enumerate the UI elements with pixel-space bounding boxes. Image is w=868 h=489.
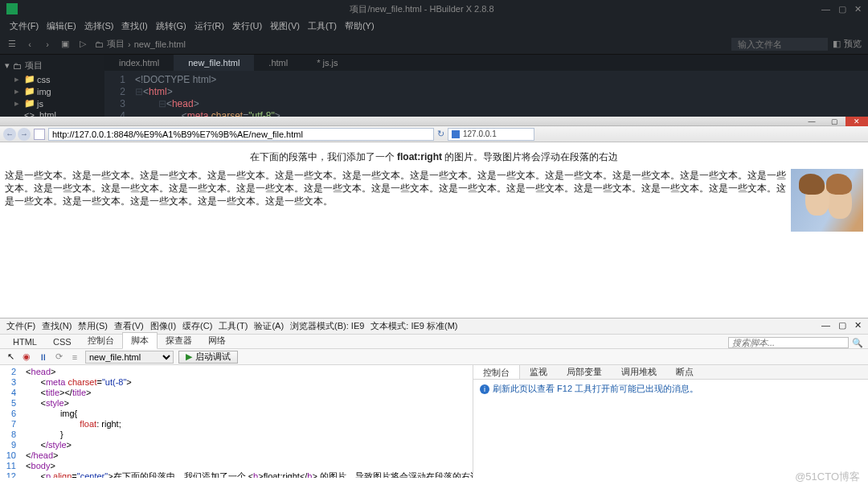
dt-source-pane[interactable]: 2 <head> 3 <meta charset="ut(-8"> 4 <tit…: [0, 365, 473, 478]
file-search-input[interactable]: [731, 38, 828, 51]
info-icon: i: [480, 384, 489, 394]
dt-tab-console[interactable]: 控制台: [80, 333, 122, 348]
ie-close-button[interactable]: ✕: [845, 117, 868, 126]
dt-search-input[interactable]: [728, 337, 849, 348]
hb-close-button[interactable]: ✕: [854, 4, 862, 14]
dt-tab-css[interactable]: CSS: [45, 335, 80, 348]
dt-close-button[interactable]: ✕: [853, 320, 863, 332]
dt-menu-file[interactable]: 文件(F): [5, 320, 37, 332]
dt-menu-browsermode[interactable]: 浏览器模式(B): IE9: [289, 320, 366, 332]
editor-tabs: index.html new_file.html .html * js.js: [104, 55, 868, 71]
stop-icon[interactable]: ◉: [21, 351, 32, 363]
project-sidebar: ▾ 🗀 项目 ▸📁css ▸📁img ▸📁js <>.html <>index.…: [0, 55, 104, 117]
dt-tab-html[interactable]: HTML: [5, 335, 45, 348]
format-icon[interactable]: ≡: [69, 351, 80, 363]
pointer-icon[interactable]: ↖: [5, 351, 16, 363]
ie-tab-label: 127.0.0.1: [463, 129, 497, 138]
menu-help[interactable]: 帮助(Y): [342, 20, 378, 32]
hb-titlebar: 项目/new_file.html - HBuilder X 2.8.8 — ▢ …: [0, 0, 868, 18]
folder-icon: 📁: [24, 74, 34, 84]
tab-index[interactable]: index.html: [104, 55, 174, 71]
ie-titlebar: — ▢ ✕: [0, 117, 868, 126]
folder-icon: 📁: [24, 98, 34, 109]
dt-menu-image[interactable]: 图像(I): [149, 320, 178, 332]
rtab-console[interactable]: 控制台: [473, 365, 520, 379]
crumb-0[interactable]: 项目: [107, 38, 125, 50]
ie-max-button[interactable]: ▢: [823, 117, 845, 126]
dt-menu-view[interactable]: 查看(V): [113, 320, 145, 332]
ie-url-input[interactable]: [48, 128, 434, 141]
tree-label: css: [37, 75, 51, 84]
menu-select[interactable]: 选择(S): [81, 20, 117, 32]
step-icon[interactable]: ⟳: [53, 351, 64, 363]
caret-icon: ▸: [14, 86, 21, 97]
dt-menu-cache[interactable]: 缓存(C): [181, 320, 214, 332]
ie-tab[interactable]: 127.0.0.1: [448, 128, 534, 141]
search-icon[interactable]: 🔍: [852, 338, 863, 348]
dt-menu-find[interactable]: 查找(N): [40, 320, 73, 332]
menu-find[interactable]: 查找(I): [118, 20, 150, 32]
pause-icon[interactable]: ⏸: [37, 351, 48, 363]
tree-img[interactable]: ▸📁img: [5, 85, 100, 97]
forward-icon[interactable]: ›: [42, 39, 53, 50]
tab-js[interactable]: * js.js: [302, 55, 352, 71]
dt-menu-validate[interactable]: 验证(A): [252, 320, 285, 332]
tree-css[interactable]: ▸📁css: [5, 73, 100, 85]
dt-tab-profiler[interactable]: 探查器: [158, 333, 200, 348]
menu-publish[interactable]: 发行(U): [229, 20, 265, 32]
dt-menu-tools[interactable]: 工具(T): [217, 320, 249, 332]
gutter: 1234567: [104, 71, 130, 117]
hb-title-text: 项目/new_file.html - HBuilder X 2.8.8: [23, 3, 821, 15]
ie-addressbar: ← → ↻ 127.0.0.1: [0, 126, 868, 142]
dt-right-pane: 控制台 监视 局部变量 调用堆栈 断点 i刷新此页以查看 F12 工具打开前可能…: [473, 365, 868, 478]
terminal-icon[interactable]: ▣: [59, 39, 71, 50]
caret-icon: ▸: [14, 98, 21, 109]
menu-tools[interactable]: 工具(T): [305, 20, 340, 32]
sidebar-toggle-icon[interactable]: ☰: [6, 39, 18, 50]
menu-edit[interactable]: 编辑(E): [43, 20, 80, 32]
ie-forward-icon[interactable]: →: [18, 128, 31, 141]
start-debug-button[interactable]: ▶启动调试: [178, 351, 238, 364]
code-editor[interactable]: 1234567 <!DOCTYPE html> ⊟<html> ⊟<head> …: [104, 71, 868, 117]
tab-html[interactable]: .html: [254, 55, 302, 71]
crumb-1[interactable]: new_file.html: [134, 39, 186, 49]
preview-button[interactable]: ◧ 预览: [833, 38, 862, 50]
menu-file[interactable]: 文件(F): [6, 20, 42, 32]
back-icon[interactable]: ‹: [24, 39, 35, 50]
menu-goto[interactable]: 跳转(G): [153, 20, 190, 32]
ie-page-icon: [34, 129, 45, 140]
hb-menubar: 文件(F) 编辑(E) 选择(S) 查找(I) 跳转(G) 运行(R) 发行(U…: [0, 18, 868, 34]
tree-label: img: [37, 87, 51, 97]
dt-tab-network[interactable]: 网络: [200, 333, 234, 348]
folder-icon: 🗀: [13, 61, 22, 71]
dt-min-button[interactable]: —: [820, 320, 832, 332]
caret-icon[interactable]: ▾: [5, 60, 10, 71]
folder-icon: 📁: [24, 86, 34, 97]
preview-label: 预览: [844, 38, 862, 50]
script-select[interactable]: new_file.html: [85, 351, 174, 364]
run-icon[interactable]: ▷: [77, 39, 88, 50]
ie-refresh-icon[interactable]: ↻: [437, 129, 444, 139]
source: <!DOCTYPE html> ⊟<html> ⊟<head> <meta ch…: [130, 71, 868, 117]
rtab-watch[interactable]: 监视: [520, 366, 557, 378]
hb-max-button[interactable]: ▢: [838, 4, 846, 14]
ie-back-icon[interactable]: ←: [3, 128, 16, 141]
favicon-icon: [452, 130, 460, 138]
menu-view[interactable]: 视图(V): [267, 20, 303, 32]
rtab-callstack[interactable]: 调用堆栈: [612, 366, 666, 378]
rtab-breakpoints[interactable]: 断点: [666, 366, 703, 378]
tree-js[interactable]: ▸📁js: [5, 97, 100, 109]
menu-run[interactable]: 运行(R): [191, 20, 227, 32]
dt-max-button[interactable]: ▢: [837, 320, 848, 332]
tab-newfile[interactable]: new_file.html: [174, 55, 254, 71]
dt-tab-script[interactable]: 脚本: [122, 332, 158, 349]
ie-min-button[interactable]: —: [800, 117, 823, 126]
hb-toolbar: ☰ ‹ › ▣ ▷ 🗀 项目 › new_file.html ◧ 预览: [0, 34, 868, 55]
page-heading: 在下面的段落中，我们添加了一个 float:right 的图片。导致图片将会浮动…: [5, 150, 863, 164]
dt-menu-disable[interactable]: 禁用(S): [76, 320, 109, 332]
page-paragraph: 这是一些文本。这是一些文本。这是一些文本。这是一些文本。这是一些文本。这是一些文…: [5, 169, 863, 208]
rtab-locals[interactable]: 局部变量: [557, 366, 612, 378]
hbuilder-window: 项目/new_file.html - HBuilder X 2.8.8 — ▢ …: [0, 0, 868, 117]
dt-menu-docmode[interactable]: 文本模式: IE9 标准(M): [369, 320, 459, 332]
hb-min-button[interactable]: —: [821, 4, 830, 14]
